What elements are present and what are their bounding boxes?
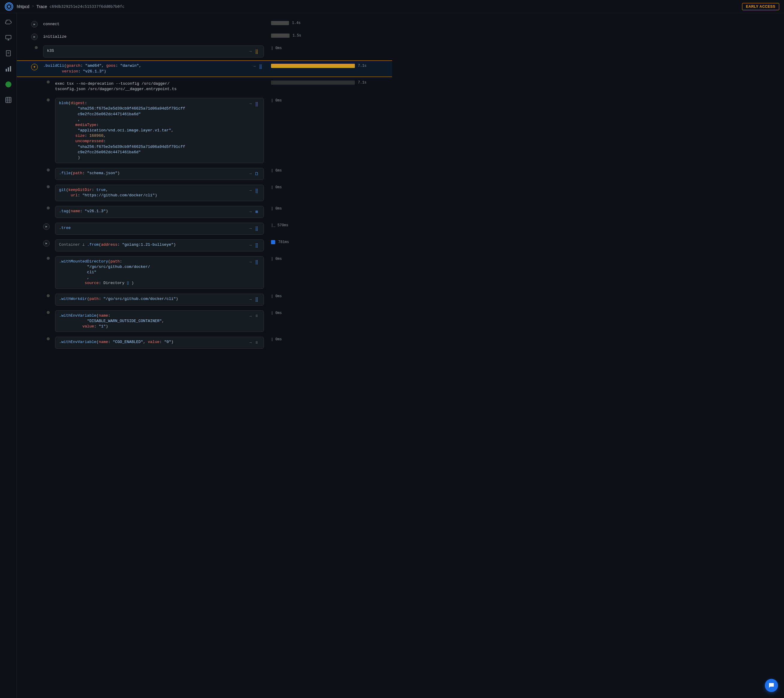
blob-param-size: size xyxy=(76,133,85,138)
wmd-paren1: ( xyxy=(108,259,111,264)
file-colon: : xyxy=(83,171,87,175)
timing-label-blob: | 0ms xyxy=(271,99,282,103)
blob-colon1: : xyxy=(85,101,87,105)
blob-param-uncompressed: uncompressed xyxy=(76,139,104,143)
we2-param-name: name xyxy=(99,340,108,344)
trace-id: c69db329251e24c515337f6dd0b7b0fc xyxy=(50,4,124,9)
timing-initialize: 1.5s xyxy=(266,32,392,38)
sidebar-icon-table[interactable] xyxy=(4,96,13,104)
tree-fn: .tree xyxy=(59,226,71,230)
git-val-true: true xyxy=(96,188,106,192)
node-with-mounted-directory: .withMountedDirectory(path: "/go/src/git… xyxy=(53,255,266,290)
blob-comma3: , xyxy=(103,133,106,138)
blob-arrow[interactable]: → xyxy=(249,102,252,106)
buildcli-arrow[interactable]: → xyxy=(253,64,256,69)
gutter-tag xyxy=(29,205,53,209)
we1-param-name: name xyxy=(99,313,108,318)
with-env-1-label: .withEnvVariable(name: "DISABLE_WARN_OUT… xyxy=(59,313,164,329)
k3s-label-container: k3S → ⣿ xyxy=(43,46,264,58)
buildcli-fn: .buildCli xyxy=(43,63,64,68)
container-from-label: Container ⊥ .from(address: "golang:1.21-… xyxy=(59,242,176,247)
blob-val-size: 168960 xyxy=(89,133,103,138)
tree-arrow[interactable]: → xyxy=(249,227,252,231)
buildcli-colon3: : xyxy=(78,69,83,74)
blob-label: blob(digest: "sha256:f675e2e5d39cb9f4662… xyxy=(59,100,185,160)
with-env-2-label: .withEnvVariable(name: "CGO_ENABLED", va… xyxy=(59,339,173,345)
dot-with-env-2 xyxy=(47,337,50,340)
timing-exec: 7.1s xyxy=(266,79,392,85)
wmd-close: ) xyxy=(129,281,134,285)
blob-indent5 xyxy=(59,133,76,138)
sidebar-icon-book[interactable] xyxy=(4,49,13,58)
trace-row-exec: exec tsx --no-deprecation --tsconfig /sr… xyxy=(17,77,392,95)
buildcli-val-amd64: "amd64" xyxy=(85,63,102,68)
timing-label-file: | 6ms xyxy=(271,168,282,173)
with-env-2-fn: .withEnvVariable xyxy=(59,340,96,344)
trace-row-file: .file(path: "schema.json") → 🗋 | 6ms xyxy=(17,166,392,182)
blob-colon4: : xyxy=(103,139,106,143)
tag-paren1: ( xyxy=(68,209,71,213)
node-initialize: initialize xyxy=(41,32,266,42)
timing-label-buildcli: 7.1s xyxy=(358,64,366,68)
tag-label: .tag(name: "v26.1.3") xyxy=(59,209,108,214)
timing-bar-buildcli xyxy=(271,64,355,68)
blob-comma2: , xyxy=(171,128,173,133)
we2-arrow[interactable]: → xyxy=(249,341,252,345)
with-env-1-actions: → ⠿ xyxy=(247,313,260,320)
with-mounted-directory-label-container: .withMountedDirectory(path: "/go/src/git… xyxy=(55,256,264,289)
we1-val-value: "1" xyxy=(99,324,106,329)
dot-file xyxy=(47,168,50,171)
k3s-arrow[interactable]: → xyxy=(249,49,252,54)
expand-container-from[interactable]: ▶ xyxy=(43,240,50,247)
breadcrumb-separator: > xyxy=(32,4,34,9)
node-with-env-2: .withEnvVariable(name: "CGO_ENABLED", va… xyxy=(53,336,266,349)
expand-initialize[interactable]: ▶ xyxy=(31,33,38,40)
gutter-tree: ▶ xyxy=(29,222,53,230)
timing-bar-exec xyxy=(271,81,355,85)
blob-indent2 xyxy=(59,112,78,117)
gutter-connect: ▶ xyxy=(17,19,41,28)
gutter-with-workdir xyxy=(29,292,53,297)
container-from-actions: → ⣿ xyxy=(247,242,260,249)
expand-connect[interactable]: ▶ xyxy=(31,21,38,28)
git-arrow[interactable]: → xyxy=(249,189,252,193)
container-from-arrow[interactable]: → xyxy=(249,244,252,247)
sidebar-status-dot[interactable] xyxy=(4,80,13,89)
timing-with-env-2: | 0ms xyxy=(266,336,392,341)
timing-bar-container-from xyxy=(271,240,275,244)
trace-row-with-workdir: .withWorkdir(path: "/go/src/github.com/d… xyxy=(17,291,392,308)
blob-param-mediatype: mediaType xyxy=(76,123,96,127)
we1-arrow[interactable]: → xyxy=(249,314,252,318)
file-arrow[interactable]: → xyxy=(249,172,252,176)
blob-type-icon: ⣿ xyxy=(253,100,260,107)
tag-fn: .tag xyxy=(59,209,68,213)
wmd-indent2 xyxy=(59,281,85,285)
blob-comma1: , xyxy=(59,117,80,122)
container-from-param-address: address xyxy=(101,242,117,247)
timing-file: | 6ms xyxy=(266,167,392,173)
we2-paren2: ) xyxy=(171,340,174,344)
exec-label-container: exec tsx --no-deprecation --tsconfig /sr… xyxy=(55,80,264,93)
sidebar-icon-chart[interactable] xyxy=(4,65,13,73)
tag-arrow[interactable]: → xyxy=(249,210,252,214)
trace-row-git: git(keepGitDir: true, url: "https://gith… xyxy=(17,182,392,203)
blob-paren1: ( xyxy=(68,101,71,105)
container-from-fn: .from xyxy=(87,242,99,247)
svg-rect-9 xyxy=(8,67,9,72)
timing-tag: | 0ms xyxy=(266,205,392,211)
we2-val-value: "0" xyxy=(164,340,171,344)
expand-tree[interactable]: ▶ xyxy=(43,223,50,230)
trace-row-initialize: ▶ initialize 1.5s xyxy=(17,31,392,43)
we1-val-name: "DISABLE_WARN_OUTSIDE_CONTAINER" xyxy=(87,319,162,323)
blob-colon2: : xyxy=(96,123,99,127)
ww-arrow[interactable]: → xyxy=(249,298,252,302)
tag-val-name: "v26.1.3" xyxy=(85,209,106,213)
buildcli-param-goos: goos xyxy=(106,63,116,68)
k3s-type-icon: ⣿ xyxy=(253,48,260,55)
expand-buildcli[interactable]: ▼ xyxy=(31,64,38,70)
gutter-buildcli: ▼ xyxy=(17,62,41,70)
timing-label-tag: | 0ms xyxy=(271,207,282,211)
sidebar-icon-cloud[interactable] xyxy=(4,18,13,26)
sidebar-icon-monitor[interactable] xyxy=(4,33,13,42)
wmd-arrow[interactable]: → xyxy=(249,260,252,264)
